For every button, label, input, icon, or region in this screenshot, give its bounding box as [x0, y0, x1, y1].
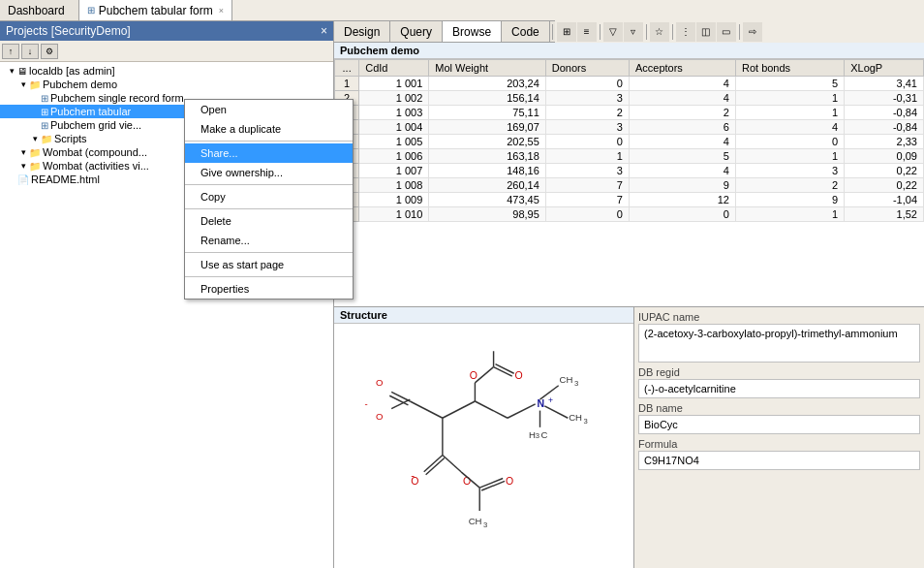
context-ownership[interactable]: Give ownership... [185, 163, 353, 182]
col-header-acceptors[interactable]: Acceptors [629, 60, 735, 77]
col-header-donors[interactable]: Donors [545, 60, 629, 77]
tabular-label: Pubchem tabular [50, 106, 131, 117]
data-table-area[interactable]: ... CdId Mol Weight Donors Acceptors Rot… [334, 59, 924, 306]
settings-button[interactable]: ⚙ [41, 44, 58, 59]
expand-wombat-a-icon[interactable]: ▾ [17, 161, 29, 171]
cell-xlogp: -1,04 [845, 193, 924, 207]
toolbar-sep3 [672, 24, 673, 40]
svg-line-3 [391, 392, 410, 401]
svg-text:CH: CH [559, 374, 572, 385]
table2-view-btn[interactable]: ≡ [577, 22, 597, 42]
table-row[interactable]: 1 1 001 203,24 0 4 5 3,41 [335, 77, 924, 91]
context-startpage[interactable]: Use as start page [185, 255, 353, 274]
dbname-value: BioCyc [638, 415, 920, 434]
context-copy[interactable]: Copy [185, 187, 353, 206]
cell-cdid: 1 008 [359, 178, 429, 193]
tab-code[interactable]: Code [502, 21, 550, 42]
col-header-xlogp[interactable]: XLogP [845, 60, 924, 77]
table-row[interactable]: 10 1 010 98,95 0 0 1 1,52 [335, 207, 924, 222]
tree-localdb[interactable]: ▾ 🖥 localdb [as admin] [0, 64, 333, 78]
tab-query-label: Query [400, 25, 432, 39]
table-row[interactable]: 3 1 003 75,11 2 2 1 -0,84 [335, 106, 924, 120]
col-header-cdid[interactable]: CdId [359, 60, 429, 77]
svg-text:3: 3 [573, 379, 577, 388]
cell-cdid: 1 009 [359, 193, 429, 207]
sort-desc-button[interactable]: ↓ [21, 44, 39, 59]
bottom-area: Structure O - O [334, 306, 924, 568]
filter-btn[interactable]: ▽ [603, 22, 623, 42]
cell-molweight: 148,16 [429, 164, 546, 178]
cell-cdid: 1 003 [359, 106, 429, 120]
cell-donors: 2 [545, 106, 629, 120]
cell-cdid: 1 007 [359, 164, 429, 178]
tab-pubchem-tabular[interactable]: ⊞ Pubchem tabular form × [79, 0, 232, 20]
expand-wombat-c-icon[interactable]: ▾ [17, 147, 29, 157]
cell-rotbonds: 3 [735, 164, 844, 178]
svg-line-8 [475, 401, 508, 418]
expand-grid-icon [29, 120, 41, 130]
sort-asc-button[interactable]: ↑ [2, 44, 19, 59]
filter2-btn[interactable]: ▿ [624, 22, 643, 42]
col-header-dots[interactable]: ... [335, 60, 359, 77]
context-duplicate[interactable]: Make a duplicate [185, 119, 353, 139]
svg-text:3: 3 [483, 521, 487, 529]
export-btn[interactable]: ⇨ [743, 22, 762, 42]
separator-1 [185, 141, 353, 142]
cell-acceptors: 6 [629, 120, 735, 135]
table-row[interactable]: 7 1 007 148,16 3 4 3 0,22 [335, 164, 924, 178]
table-row[interactable]: 4 1 004 169,07 3 6 4 -0,84 [335, 120, 924, 135]
toolbar-sep1 [600, 24, 601, 40]
tree-pubchem-demo[interactable]: ▾ 📁 Pubchem demo [0, 78, 333, 91]
dbregid-value: (-)-o-acetylcarnitine [638, 379, 920, 398]
svg-line-30 [423, 456, 442, 472]
wombat-activities-label: Wombat (activities vi... [43, 160, 149, 172]
context-share[interactable]: Share... [185, 143, 353, 163]
expand-pubchem-icon[interactable]: ▾ [17, 79, 29, 89]
cell-acceptors: 4 [629, 77, 735, 91]
expand-readme-icon [6, 174, 17, 184]
projects-panel: Projects [SecurityDemo] × ↑ ↓ ⚙ ▾ 🖥 loca… [0, 21, 334, 568]
expand-localdb-icon[interactable]: ▾ [6, 66, 17, 76]
svg-text:3: 3 [535, 431, 539, 440]
cell-donors: 7 [545, 178, 629, 193]
tab-browse[interactable]: Browse [443, 21, 502, 42]
cell-rotbonds: 5 [735, 77, 844, 91]
star-btn[interactable]: ☆ [650, 22, 669, 42]
tab-pubchem-close[interactable]: × [219, 6, 224, 16]
table-row[interactable]: 5 1 005 202,55 0 4 0 2,33 [335, 135, 924, 149]
columns-btn[interactable]: ⋮ [676, 22, 695, 42]
wombat-compound-icon: 📁 [29, 147, 41, 158]
table-row[interactable]: 2 1 002 156,14 3 4 1 -0,31 [335, 91, 924, 106]
tab-dashboard[interactable]: Dashboard [0, 0, 79, 20]
separator-5 [185, 276, 353, 277]
projects-header-close[interactable]: × [321, 24, 327, 38]
cell-cdid: 1 002 [359, 91, 429, 106]
view1-btn[interactable]: ◫ [696, 22, 716, 42]
table-row[interactable]: 8 1 008 260,14 7 9 2 0,22 [335, 178, 924, 193]
formula-group: Formula C9H17NO4 [638, 438, 920, 470]
cell-xlogp: -0,84 [845, 106, 924, 120]
cell-xlogp: -0,31 [845, 91, 924, 106]
col-header-molweight[interactable]: Mol Weight [429, 60, 546, 77]
table-row[interactable]: 6 1 006 163,18 1 5 1 0,09 [335, 149, 924, 164]
context-delete[interactable]: Delete [185, 211, 353, 231]
svg-text:O: O [375, 377, 382, 388]
table-view-btn[interactable]: ⊞ [557, 22, 576, 42]
cell-cdid: 1 005 [359, 135, 429, 149]
cell-molweight: 98,95 [429, 207, 546, 222]
context-open[interactable]: Open [185, 100, 353, 119]
col-header-rotbonds[interactable]: Rot bonds [735, 60, 844, 77]
context-properties[interactable]: Properties [185, 279, 353, 299]
cell-xlogp: 0,22 [845, 164, 924, 178]
view-tab-bar: Design Query Browse Code ⊞ ≡ ▽ ▿ ☆ [334, 21, 924, 43]
context-rename[interactable]: Rename... [185, 231, 353, 250]
table-row[interactable]: 9 1 009 473,45 7 12 9 -1,04 [335, 193, 924, 207]
expand-scripts-icon[interactable]: ▾ [29, 134, 41, 143]
structure-display: O - O [334, 324, 633, 568]
tab-query[interactable]: Query [390, 21, 443, 42]
view2-btn[interactable]: ▭ [717, 22, 736, 42]
tab-design[interactable]: Design [334, 21, 390, 42]
scripts-label: Scripts [54, 133, 87, 144]
tabular-form-icon: ⊞ [41, 107, 48, 117]
cell-rotbonds: 4 [735, 120, 844, 135]
